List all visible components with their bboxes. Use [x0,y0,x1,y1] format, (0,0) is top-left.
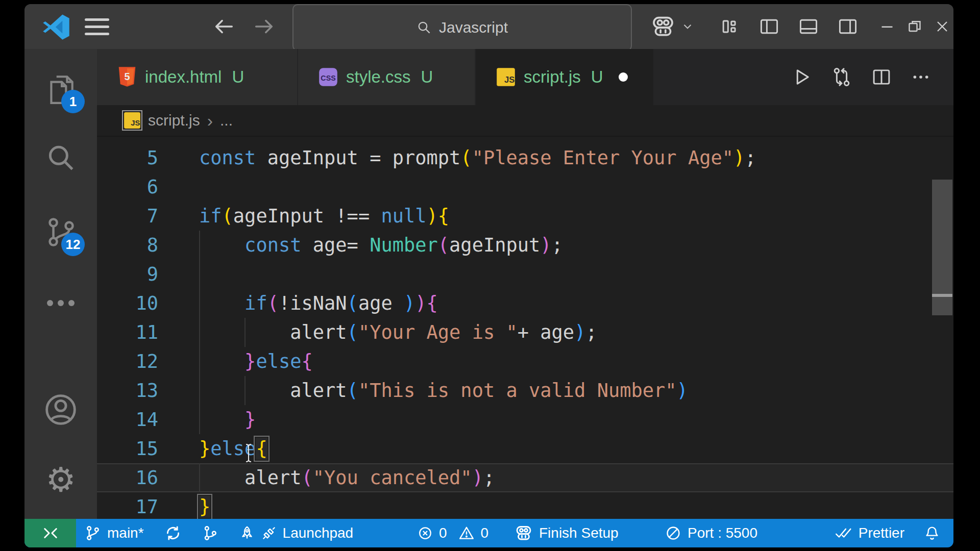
sidebar-item-explorer[interactable]: 1 [24,72,97,106]
code-line-12[interactable]: 12 }else{ [97,347,953,376]
command-center-search[interactable]: Javascript [292,4,632,51]
toggle-secondary-sidebar-icon[interactable] [837,4,859,49]
settings-gear-button[interactable]: ⚙ [24,463,97,497]
toggle-primary-sidebar-icon[interactable] [758,4,780,49]
line-number[interactable]: 15 [97,438,158,460]
code-text[interactable]: } [158,496,210,518]
line-number[interactable]: 14 [97,409,158,431]
code-text[interactable]: alert("Your Age is "+ age); [158,321,597,343]
copilot-menu[interactable] [650,4,694,49]
sidebar-item-search[interactable] [24,142,97,176]
connector-icon [261,525,277,541]
code-editor[interactable]: 5const ageInput = prompt("Please Enter Y… [97,137,953,519]
code-text[interactable]: } [158,409,256,431]
sync-status-item[interactable] [164,519,182,547]
toggle-panel-icon[interactable] [797,4,820,49]
code-line-8[interactable]: 8 const age= Number(ageInput); [97,231,953,260]
more-views-button[interactable] [24,293,97,313]
branch-status-item[interactable]: main* [85,519,144,547]
line-number[interactable]: 9 [97,263,158,285]
code-line-5[interactable]: 5const ageInput = prompt("Please Enter Y… [97,143,953,172]
remote-indicator[interactable] [24,519,76,547]
activity-bar: 1 12 [24,49,97,519]
code-line-11[interactable]: 11 alert("Your Age is "+ age); [97,318,953,347]
account-icon [43,392,79,428]
line-number[interactable]: 5 [97,147,158,169]
notifications-bell[interactable] [924,519,940,547]
code-line-16[interactable]: 16 alert("You canceled"); [97,463,953,492]
code-line-10[interactable]: 10 if(!isNaN(age )){ [97,289,953,318]
line-number[interactable]: 11 [97,321,158,343]
code-token: ) [427,205,438,227]
line-number[interactable]: 17 [97,496,158,518]
line-number[interactable]: 10 [97,292,158,314]
copilot-status-item[interactable]: Finish Setup [514,519,619,547]
more-actions-icon[interactable] [911,67,931,87]
line-number[interactable]: 12 [97,350,158,372]
line-number[interactable]: 13 [97,380,158,402]
code-line-15[interactable]: 15}else{ [97,434,953,463]
run-icon[interactable] [791,66,813,88]
code-line-6[interactable]: 6 [97,172,953,202]
code-text[interactable]: alert("This is not a valid Number") [158,380,688,402]
tab-script-js[interactable]: JS script.js U [476,49,654,105]
code-text[interactable]: const age= Number(ageInput); [158,234,563,256]
tab-index-html[interactable]: 5 index.html U [97,49,298,105]
code-text[interactable]: const ageInput = prompt("Please Enter Yo… [158,147,756,169]
warning-count: 0 [481,525,489,541]
line-number[interactable]: 8 [97,234,158,256]
unsaved-dot-icon[interactable] [619,72,628,82]
customize-layout-icon[interactable] [719,4,741,49]
menu-icon[interactable] [85,4,109,49]
code-token: ; [552,234,563,256]
code-text[interactable]: alert("You canceled"); [158,467,495,489]
account-button[interactable] [24,392,97,428]
mouse-ibeam-cursor [244,443,253,463]
editor-scrollbar[interactable] [932,137,952,519]
git-branch-icon [85,525,101,541]
sidebar-item-source-control[interactable]: 12 [24,215,97,249]
svg-text:CSS: CSS [321,74,335,82]
navigate-back-button[interactable] [212,4,236,49]
code-token: Number [370,234,438,256]
bell-icon [924,525,940,541]
problems-status-item[interactable]: 0 0 [418,519,488,547]
code-line-17[interactable]: 17} [97,492,953,519]
code-line-14[interactable]: 14 } [97,405,953,434]
breadcrumb-symbol[interactable]: ... [220,112,233,129]
status-bar: main* [24,519,953,547]
launchpad-status-item[interactable]: Launchpad [239,519,354,547]
code-token: + age [518,321,574,343]
line-number[interactable]: 7 [97,205,158,227]
code-line-7[interactable]: 7if(ageInput !== null){ [97,202,953,231]
code-token: !isNaN [279,292,347,314]
navigate-forward-button[interactable] [252,4,276,49]
code-line-9[interactable]: 9 [97,260,953,289]
code-text[interactable]: if(ageInput !== null){ [158,205,449,227]
tab-style-css[interactable]: CSS style.css U [298,49,476,105]
sync-icon [164,524,182,542]
line-number[interactable]: 6 [97,176,158,198]
port-status-item[interactable]: Port : 5500 [665,519,757,547]
code-area[interactable]: 5const ageInput = prompt("Please Enter Y… [97,143,953,519]
more-ellipsis-icon [44,293,78,313]
code-token: null [381,205,426,227]
breadcrumb-file[interactable]: script.js [148,112,200,129]
line-number[interactable]: 16 [97,467,158,489]
split-editor-icon[interactable] [871,66,892,88]
open-changes-icon[interactable] [831,66,852,88]
code-text[interactable]: }else{ [158,350,313,372]
code-line-13[interactable]: 13 alert("This is not a valid Number") [97,376,953,405]
source-control-graph-item[interactable] [202,519,218,547]
minimize-icon[interactable] [878,4,896,49]
code-token: { [256,438,267,460]
code-token: ( [267,292,279,314]
chevron-right-icon: › [207,111,213,131]
code-token: "You canceled" [313,467,472,489]
formatter-status-item[interactable]: Prettier [834,519,904,547]
restore-icon[interactable] [905,4,924,49]
breadcrumb[interactable]: JS script.js › ... [97,105,953,137]
close-icon[interactable] [933,4,951,49]
code-token: ; [585,321,597,343]
code-text[interactable]: if(!isNaN(age )){ [158,292,438,314]
